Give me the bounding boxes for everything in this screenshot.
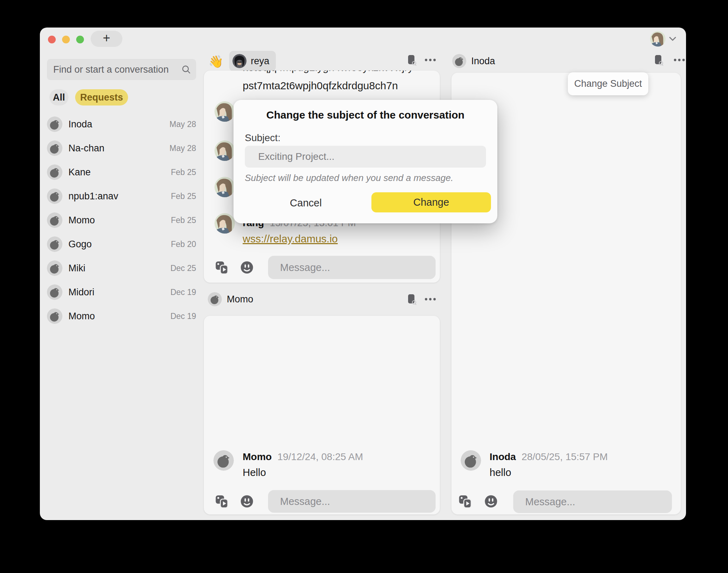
profile-menu[interactable]	[650, 31, 677, 47]
filter-requests-label: Requests	[80, 92, 123, 103]
reya-avatar	[232, 54, 247, 68]
message-input-pill[interactable]	[268, 256, 436, 279]
conversation-date: Dec 19	[170, 312, 196, 321]
emoji-button[interactable]	[483, 494, 499, 509]
momo-avatar	[208, 292, 222, 306]
ellipsis-icon	[425, 59, 436, 61]
conversation-list-item[interactable]: Na-chan May 28	[47, 136, 196, 160]
message-avatar	[214, 177, 235, 197]
change-subject-tooltip: Change Subject	[568, 72, 648, 95]
contact-avatar	[47, 308, 62, 324]
conversation-list-item[interactable]: Momo Feb 25	[47, 208, 196, 232]
contact-avatar	[47, 260, 62, 276]
contact-name: Midori	[68, 287, 95, 298]
conversation-list: Inoda May 28 Na-chan May 28 Kane	[47, 112, 196, 328]
close-window-button[interactable]	[48, 36, 56, 43]
message-avatar	[214, 140, 235, 161]
subject-input-pill[interactable]	[245, 146, 486, 168]
change-button[interactable]: Change	[371, 192, 491, 212]
conversation-date: May 28	[170, 144, 196, 153]
new-chat-button[interactable]: +	[91, 31, 122, 47]
message-header: Inoda 28/05/25, 15:57 PM	[490, 451, 608, 463]
message-input-pill[interactable]	[513, 490, 672, 513]
attach-media-button[interactable]	[458, 494, 473, 509]
contact-name: Momo	[68, 215, 95, 226]
conversation-date: May 28	[170, 120, 196, 129]
change-subject-button[interactable]	[404, 291, 419, 307]
contact-name: Gogo	[68, 239, 92, 250]
message-text: Hello	[243, 467, 266, 478]
note-pencil-icon	[406, 294, 417, 305]
contact-name: Na-chan	[68, 143, 104, 154]
contact-avatar	[47, 140, 62, 156]
conversation-list-item[interactable]: Inoda May 28	[47, 112, 196, 136]
conversation-date: Feb 25	[171, 216, 196, 225]
chat-panel-momo: Momo 19/12/24, 08:25 AM Hello	[204, 316, 440, 514]
emoji-button[interactable]	[239, 494, 255, 509]
chat-peer-name: Inoda	[471, 56, 495, 67]
message-input[interactable]	[279, 495, 429, 508]
conversation-list-item[interactable]: Miki Dec 25	[47, 256, 196, 280]
note-pencil-icon	[653, 54, 664, 66]
contact-name: Inoda	[68, 119, 92, 130]
message-input[interactable]	[279, 261, 429, 274]
media-icon	[215, 494, 229, 509]
search-input[interactable]	[53, 64, 181, 76]
subject-label: Subject:	[245, 132, 280, 144]
contact-avatar	[47, 212, 62, 228]
wave-emoji: 👋	[208, 54, 223, 68]
message-sender: Momo	[243, 451, 272, 463]
note-pencil-icon	[406, 54, 417, 66]
conversation-list-item[interactable]: npub1:anav Feb 25	[47, 184, 196, 208]
attach-media-button[interactable]	[214, 494, 230, 509]
conversation-list-item[interactable]: Gogo Feb 20	[47, 232, 196, 256]
message-avatar	[213, 450, 234, 471]
relay-link[interactable]: wss://relay.damus.io	[243, 233, 338, 245]
change-subject-button[interactable]	[404, 52, 419, 68]
conversation-list-item[interactable]: Midori Dec 19	[47, 280, 196, 304]
message-timestamp: 28/05/25, 15:57 PM	[522, 451, 608, 463]
message-avatar	[214, 101, 235, 122]
conversation-list-item[interactable]: Momo Dec 19	[47, 304, 196, 328]
media-icon	[215, 260, 229, 275]
message-timestamp: 19/12/24, 08:25 AM	[277, 451, 363, 463]
contact-avatar	[47, 164, 62, 180]
message-avatar	[461, 450, 481, 471]
filter-all-tab[interactable]: All	[49, 89, 68, 105]
clipped-npub-line: k3t3qjq4mpdg2lygh4wf33ykzkvvwjry	[243, 71, 413, 73]
zoom-window-button[interactable]	[76, 36, 84, 43]
chat-menu-button[interactable]	[423, 52, 438, 68]
cancel-button[interactable]: Cancel	[276, 194, 336, 212]
conversation-list-item[interactable]: Kane Feb 25	[47, 160, 196, 184]
chat-peer-pill-reya[interactable]: reya	[229, 51, 276, 71]
ellipsis-icon	[674, 59, 685, 61]
emoji-button[interactable]	[239, 260, 255, 275]
user-avatar	[650, 31, 666, 47]
chat-peer-name: reya	[251, 56, 269, 67]
chat-peer-name: Momo	[227, 294, 253, 305]
message-input[interactable]	[524, 496, 665, 508]
filter-requests-tab[interactable]: Requests	[75, 89, 128, 105]
chat-menu-button[interactable]	[423, 291, 438, 307]
chevron-down-icon	[668, 36, 677, 42]
change-subject-button[interactable]	[651, 52, 666, 68]
subject-note: Subject will be updated when you send a …	[245, 173, 453, 183]
contact-avatar	[47, 284, 62, 300]
search-icon	[181, 65, 191, 74]
attach-media-button[interactable]	[214, 260, 230, 275]
conversation-date: Feb 20	[171, 240, 196, 249]
npub-line: pst7mta2t6wpjh0qfzkdrdgu8ch7n	[243, 80, 398, 92]
contact-avatar	[47, 188, 62, 204]
smiley-icon	[240, 494, 254, 508]
search-conversation-field[interactable]	[47, 59, 196, 80]
chat-menu-button[interactable]	[672, 52, 686, 68]
subject-input[interactable]	[257, 151, 478, 163]
dialog-title: Change the subject of the conversation	[233, 109, 497, 121]
message-avatar	[214, 213, 235, 234]
minimize-window-button[interactable]	[62, 36, 70, 43]
inoda-avatar	[452, 54, 466, 68]
message-input-pill[interactable]	[268, 490, 436, 513]
contact-avatar	[47, 236, 62, 252]
change-subject-dialog: Change the subject of the conversation S…	[233, 100, 497, 223]
message-text: hello	[490, 467, 511, 478]
